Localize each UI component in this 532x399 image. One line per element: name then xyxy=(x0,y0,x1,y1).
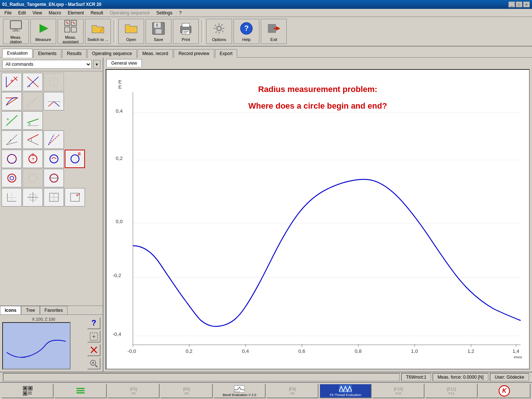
icon-cell-8[interactable]: α xyxy=(23,111,43,130)
fkey-f2[interactable] xyxy=(54,383,106,398)
menu-result[interactable]: Result xyxy=(88,10,106,16)
icon-cell-15[interactable]: R xyxy=(65,150,85,168)
preview-zoom-button[interactable] xyxy=(87,331,100,343)
toolbar-meas-station[interactable]: Meas. station xyxy=(3,19,29,44)
preview-add-button[interactable]: + xyxy=(87,358,100,370)
tab-export[interactable]: Export xyxy=(215,49,238,58)
menu-view[interactable]: View xyxy=(30,10,45,16)
fkey-f8[interactable]: [F8] F8 xyxy=(266,383,318,398)
menu-edit[interactable]: Edit xyxy=(15,10,29,16)
icon-cell-13[interactable]: + xyxy=(23,150,43,168)
tab-results[interactable]: Results xyxy=(62,49,86,58)
fkey-f8-thread-content: F8 Thread Evaluation xyxy=(330,393,361,397)
toolbar-help[interactable]: ? Help xyxy=(233,19,259,44)
icon-cell-spacer4 xyxy=(65,111,85,130)
svg-line-52 xyxy=(27,140,38,145)
svg-text:+: + xyxy=(32,156,34,161)
icon-cell-9[interactable] xyxy=(1,130,22,149)
icon-cell-14[interactable] xyxy=(44,150,64,168)
fkey-bar: [F5] F5 [F6] F6 +0.1 v 2 Bevel Evaluatio… xyxy=(0,382,532,399)
tab-record-preview[interactable]: Record preview xyxy=(174,49,214,58)
left-tab-icons[interactable]: Icons xyxy=(0,306,21,314)
icon-cell-21[interactable] xyxy=(44,188,64,207)
icon-cell-4[interactable] xyxy=(1,92,22,110)
tab-bar: Evaluation Elements Results Operating se… xyxy=(0,47,532,58)
toolbar-measure[interactable]: Measure xyxy=(30,19,56,44)
svg-text:+: + xyxy=(28,84,31,88)
svg-rect-133 xyxy=(30,393,31,395)
grid-icon xyxy=(63,19,78,34)
icon-cell-7[interactable]: + xyxy=(1,111,22,130)
icon-cell-20[interactable] xyxy=(23,188,43,207)
left-panel-tabs: Icons Tree Favorites xyxy=(0,306,103,314)
toolbar-exit[interactable]: Exit xyxy=(261,19,287,44)
menu-file[interactable]: File xyxy=(1,10,14,16)
left-tab-tree[interactable]: Tree xyxy=(21,306,40,314)
svg-text:1,2: 1,2 xyxy=(467,348,474,354)
svg-text:mm: mm xyxy=(514,355,522,358)
toolbar-save[interactable]: Save xyxy=(146,19,171,44)
menu-macro[interactable]: Macro xyxy=(46,10,64,16)
tab-evaluation[interactable]: Evaluation xyxy=(2,49,33,58)
gear-icon xyxy=(212,21,226,36)
toolbar-print[interactable]: Print xyxy=(173,19,199,44)
menu-settings[interactable]: Settings xyxy=(153,10,175,16)
svg-line-9 xyxy=(73,22,75,24)
folder-open-icon xyxy=(91,21,105,36)
svg-text:0,2: 0,2 xyxy=(116,156,123,161)
svg-text:0,6: 0,6 xyxy=(299,348,306,354)
svg-line-41 xyxy=(48,102,54,106)
menu-element[interactable]: Element xyxy=(65,10,87,16)
icon-cell-6[interactable] xyxy=(44,92,64,110)
tab-elements[interactable]: Elements xyxy=(33,49,61,58)
tab-operating-sequence[interactable]: Operating sequence xyxy=(87,49,137,58)
fkey-f1[interactable] xyxy=(1,383,54,398)
icon-cell-19[interactable] xyxy=(1,188,22,207)
sub-tab-general-view[interactable]: General view xyxy=(106,59,142,67)
icon-cell-22[interactable]: + + xyxy=(65,188,85,207)
minimize-button[interactable]: _ xyxy=(508,1,515,7)
fkey-f7[interactable]: +0.1 v 2 Bevel Evaluation V 2.0 xyxy=(214,383,266,398)
menu-help[interactable]: ? xyxy=(176,10,185,16)
svg-line-8 xyxy=(66,22,68,24)
svg-line-54 xyxy=(48,134,54,145)
toolbar-options[interactable]: Options xyxy=(206,19,232,44)
icon-cell-3 xyxy=(44,73,64,91)
icon-cell-16[interactable] xyxy=(1,169,22,187)
toolbar-meas-assistant[interactable]: Meas. assistant xyxy=(58,19,83,44)
svg-text:1,4: 1,4 xyxy=(512,348,519,354)
command-dropdown[interactable]: All commands Measurement Calculation Dis… xyxy=(2,60,92,69)
toolbar-switch-label: Switch to ... xyxy=(88,37,109,42)
toolbar-switch-to[interactable]: Switch to ... xyxy=(85,19,111,44)
icon-cell-12[interactable] xyxy=(1,150,22,168)
restore-button[interactable]: □ xyxy=(516,1,522,7)
close-button[interactable]: × xyxy=(523,1,530,7)
fkey-f10-label: F10 xyxy=(396,392,402,395)
icon-cell-11[interactable] xyxy=(44,130,64,149)
svg-rect-132 xyxy=(28,393,30,395)
tab-meas-record[interactable]: Meas. record xyxy=(137,49,173,58)
icon-cell-spacer2 xyxy=(65,92,85,110)
fkey-f10[interactable]: [F10] F10 xyxy=(372,383,424,398)
icon-cell-2[interactable]: + xyxy=(23,73,43,91)
preview-delete-button[interactable] xyxy=(87,344,100,356)
toolbar-open-label: Open xyxy=(126,37,136,42)
toolbar-open[interactable]: Open xyxy=(118,19,144,44)
fkey-f6[interactable]: [F6] F6 xyxy=(160,383,212,398)
fkey-f6-content: [F6] xyxy=(183,387,190,391)
svg-text:+: + xyxy=(10,78,13,83)
icon-cell-1[interactable]: + xyxy=(1,73,22,91)
icon-cell-10[interactable] xyxy=(23,130,43,149)
left-tab-favorites[interactable]: Favorites xyxy=(40,306,68,314)
preview-help-button[interactable]: ? xyxy=(87,317,100,329)
icon-cell-5: + + xyxy=(23,92,43,110)
icon-cell-18[interactable] xyxy=(44,169,64,187)
toolbar: Meas. station Measure Meas. assistant xyxy=(0,17,532,47)
dropdown-arrow-button[interactable]: ▼ xyxy=(93,60,100,69)
fkey-f5[interactable]: [F5] F5 xyxy=(108,383,160,398)
fkey-f12[interactable]: K xyxy=(478,383,531,398)
fkey-f11[interactable]: [F11] F11 xyxy=(425,383,477,398)
fkey-f8-thread[interactable]: F8 Thread Evaluation xyxy=(319,383,371,398)
main-content: All commands Measurement Calculation Dis… xyxy=(0,58,532,372)
svg-point-63 xyxy=(8,174,16,182)
